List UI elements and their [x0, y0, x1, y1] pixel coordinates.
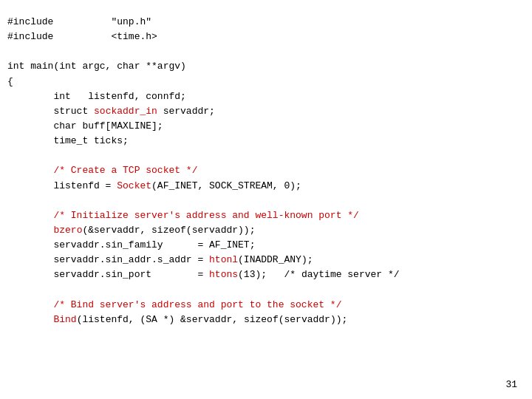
code-keyword-bind: Bind	[53, 314, 76, 325]
code-text: (AF_INET, SOCK_STREAM, 0);	[151, 180, 301, 191]
code-text: listenfd =	[7, 180, 117, 191]
code-line-8: char buff[MAXLINE];	[7, 119, 525, 134]
code-line-20: /* Bind server's address and port to the…	[7, 298, 525, 313]
code-line-5: {	[7, 75, 525, 89]
code-line-21: Bind(listenfd, (SA *) &servaddr, sizeof(…	[7, 313, 525, 327]
code-text: (&servaddr, sizeof(servaddr));	[82, 225, 255, 236]
code-keyword-htons: htons	[209, 269, 238, 280]
code-text	[7, 225, 53, 236]
code-keyword-bzero: bzero	[53, 225, 82, 236]
code-line-1: #include "unp.h"	[7, 15, 525, 30]
code-text: #include <time.h>	[7, 31, 157, 42]
code-keyword-socket: Socket	[117, 180, 151, 191]
code-text: servaddr.sin_addr.s_addr =	[7, 254, 209, 265]
code-comment-create-socket: /* Create a TCP socket */	[7, 165, 197, 176]
code-line-19	[7, 283, 525, 298]
code-text: (13); /* daytime server */	[238, 269, 399, 280]
code-comment-init-address: /* Initialize server's address and well-…	[7, 210, 359, 221]
code-line-4: int main(int argc, char **argv)	[7, 59, 525, 74]
code-line-11: /* Create a TCP socket */	[7, 163, 525, 178]
code-line-10	[7, 149, 525, 163]
code-text: int listenfd, connfd;	[7, 91, 186, 102]
code-text: servaddr;	[157, 106, 215, 117]
code-line-9: time_t ticks;	[7, 134, 525, 149]
code-line-7: struct sockaddr_in servaddr;	[7, 104, 525, 119]
code-line-12: listenfd = Socket(AF_INET, SOCK_STREAM, …	[7, 179, 525, 194]
code-text: char buff[MAXLINE];	[7, 120, 163, 132]
code-text: (INADDR_ANY);	[238, 254, 313, 265]
code-text: time_t ticks;	[7, 135, 129, 146]
code-line-2: #include <time.h>	[7, 30, 525, 44]
code-line-16: servaddr.sin_family = AF_INET;	[7, 238, 525, 253]
code-comment-bind: /* Bind server's address and port to the…	[7, 299, 341, 310]
code-text: int main(int argc, char **argv)	[7, 61, 186, 72]
code-line-13	[7, 194, 525, 208]
code-text: {	[7, 76, 13, 87]
page-number: 31	[505, 379, 517, 390]
code-text: #include "unp.h"	[7, 16, 151, 27]
code-line-18: servaddr.sin_port = htons(13); /* daytim…	[7, 267, 525, 282]
code-text: struct	[7, 106, 94, 117]
code-line-14: /* Initialize server's address and well-…	[7, 208, 525, 223]
code-text: (listenfd, (SA *) &servaddr, sizeof(serv…	[77, 314, 348, 325]
code-line-6: int listenfd, connfd;	[7, 89, 525, 104]
code-line-15: bzero(&servaddr, sizeof(servaddr));	[7, 223, 525, 238]
code-keyword-sockaddr_in: sockaddr_in	[94, 106, 157, 117]
code-line-3	[7, 44, 525, 59]
code-text	[7, 314, 53, 325]
code-keyword-htonl: htonl	[209, 254, 238, 265]
code-text: servaddr.sin_port =	[7, 269, 209, 280]
code-text: servaddr.sin_family = AF_INET;	[7, 239, 255, 250]
code-block: #include "unp.h" #include <time.h> int m…	[0, 0, 532, 335]
code-line-17: servaddr.sin_addr.s_addr = htonl(INADDR_…	[7, 253, 525, 267]
